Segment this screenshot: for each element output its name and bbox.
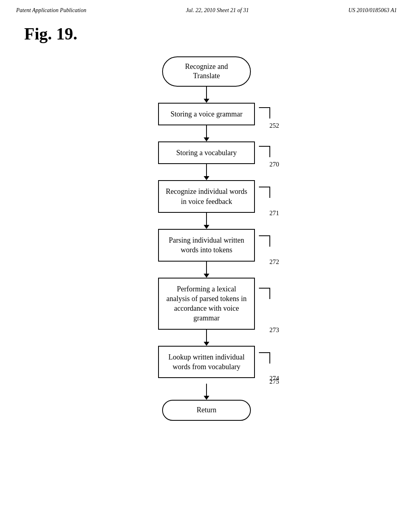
- bracket-252: [259, 107, 270, 118]
- header-right: US 2010/0185063 A1: [348, 7, 397, 14]
- bracket-273: [259, 288, 270, 299]
- ref-252: 252: [269, 122, 279, 129]
- box-270-wrapper: Storing a vocabulary 270: [158, 141, 255, 164]
- box-272: Parsing individual written words into to…: [158, 229, 255, 262]
- arrow-1: [204, 87, 209, 103]
- bracket-272: [259, 235, 270, 247]
- ref-273: 273: [269, 326, 279, 334]
- flowchart-diagram: Recognize and Translate Storing a voice …: [138, 56, 275, 421]
- bracket-271: [259, 187, 270, 198]
- start-box: Recognize and Translate: [162, 56, 251, 87]
- ref-271: 271: [269, 210, 279, 217]
- page-header: Patent Application Publication Jul. 22, …: [0, 0, 413, 18]
- header-center: Jul. 22, 2010 Sheet 21 of 31: [186, 7, 249, 14]
- box-270: Storing a vocabulary: [158, 141, 255, 164]
- arrow-2: [204, 125, 209, 141]
- ref-272: 272: [269, 258, 279, 266]
- box-273-wrapper: Performing a lexical analysis of parsed …: [158, 278, 255, 330]
- arrow-5: [204, 262, 209, 278]
- box-271-wrapper: Recognize individual words in voice feed…: [158, 180, 255, 213]
- arrow-6: [204, 330, 209, 346]
- arrow-3: [204, 164, 209, 180]
- bracket-274: [259, 352, 270, 364]
- box-271: Recognize individual words in voice feed…: [158, 180, 255, 213]
- end-box-wrapper: Return: [162, 400, 251, 420]
- ref-270: 270: [269, 161, 279, 168]
- end-box: Return: [162, 400, 251, 420]
- figure-title: Fig. 19.: [24, 24, 77, 44]
- start-box-wrapper: Recognize and Translate: [162, 56, 251, 87]
- box-252-wrapper: Storing a voice grammar 252: [158, 103, 255, 125]
- bracket-270: [259, 146, 270, 157]
- header-left: Patent Application Publication: [16, 7, 86, 14]
- ref-275-spacer: 275: [158, 378, 255, 384]
- box-274: Lookup written individual words from voc…: [158, 346, 255, 378]
- box-273: Performing a lexical analysis of parsed …: [158, 278, 255, 330]
- box-272-wrapper: Parsing individual written words into to…: [158, 229, 255, 262]
- ref-275: 275: [269, 378, 279, 385]
- arrow-4: [204, 213, 209, 229]
- box-252: Storing a voice grammar: [158, 103, 255, 125]
- arrow-7: [204, 384, 209, 400]
- box-274-wrapper: Lookup written individual words from voc…: [158, 346, 255, 378]
